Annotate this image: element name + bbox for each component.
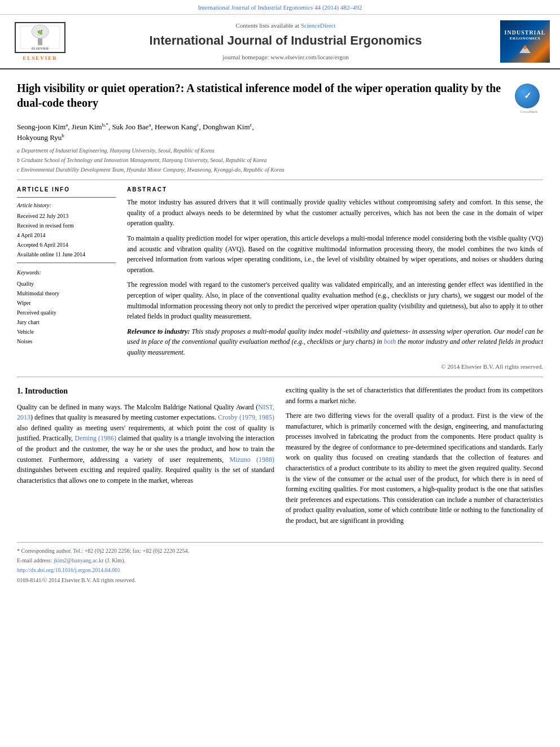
top-bar: International Journal of Industrial Ergo… (0, 0, 560, 15)
info-abstract-cols: ARTICLE INFO Article history: Received 2… (17, 186, 543, 371)
received-revised-label: Received in revised form (17, 221, 116, 230)
body-section: 1. Introduction Quality can be defined i… (17, 385, 543, 531)
email-name: (J. Kim). (105, 557, 125, 563)
affiliations: a Department of Industrial Engineering, … (17, 146, 543, 174)
keyword-vehicle: Vehicle (17, 327, 116, 337)
abstract-para-1: The motor industry has assured drivers t… (127, 197, 543, 229)
article-title-section: High visibility or quiet operation?: A s… (17, 75, 543, 115)
author-donghwan: Donghwan Kimc, (203, 123, 254, 131)
both-text: both (384, 338, 396, 346)
journal-title: International Journal of Industrial Ergo… (77, 32, 495, 50)
keyword-quality: Quality (17, 279, 116, 289)
author-suk: Suk Joo Baea, (112, 123, 155, 131)
keyword-jury: Jury chart (17, 317, 116, 327)
crossmark-section: ✓ CrossMark (515, 84, 543, 115)
email-link[interactable]: jkim2@hanyang.ac.kr (54, 557, 104, 563)
article-info-col: ARTICLE INFO Article history: Received 2… (17, 186, 116, 371)
keyword-multimodal: Multimodal theory (17, 289, 116, 298)
sciencedirect-link[interactable]: ScienceDirect (301, 22, 336, 29)
abstract-para-2: To maintain a quality prediction model f… (127, 233, 543, 275)
received-date: Received 22 July 2013 (17, 211, 116, 221)
logo-line2: ERGONOMICS (510, 36, 540, 41)
authors: Seong-joon Kima, Jieun Kimb,*, Suk Joo B… (17, 121, 543, 143)
revised-date: 4 April 2014 (17, 230, 116, 240)
logo-graphic (517, 43, 533, 54)
email-label: E-mail address: (17, 557, 54, 563)
section-1-title: 1. Introduction (17, 385, 274, 397)
body-col2-text-1: exciting quality is the set of character… (286, 385, 543, 406)
affiliation-c: c Environmental Durability Development T… (17, 165, 543, 174)
article-title-text: High visibility or quiet operation?: A s… (17, 81, 509, 115)
keywords-block: Keywords: Quality Multimodal theory Wipe… (17, 268, 116, 346)
author-hokyoung: Hokyoung Ryub (17, 133, 64, 142)
divider-1 (17, 180, 543, 180)
affiliation-b: b Graduate School of Technology and Inno… (17, 156, 543, 164)
body-two-col: 1. Introduction Quality can be defined i… (17, 385, 543, 531)
section-1-number: 1. (17, 387, 23, 395)
keyword-perceived: Perceived quality (17, 308, 116, 317)
crossmark-icon: ✓ (515, 84, 540, 108)
logo-line1: INDUSTRIAL (505, 29, 546, 36)
body-col1-text: Quality can be defined in many ways. The… (17, 402, 274, 486)
footer-copyright: 0169-8141/© 2014 Elsevier B.V. All right… (17, 576, 543, 584)
date-block: Received 22 July 2013 Received in revise… (17, 211, 116, 259)
relevance-label: Relevance to industry: (127, 327, 192, 335)
abstract-col: ABSTRACT The motor industry has assured … (127, 186, 543, 371)
article-title: High visibility or quiet operation?: A s… (17, 81, 509, 110)
svg-text:🌿: 🌿 (37, 29, 43, 35)
elsevier-logo-section: 🌿 ELSEVIER ELSEVIER (9, 22, 71, 62)
article-info-block: Article history: Received 22 July 2013 R… (17, 197, 116, 263)
elsevier-logo: 🌿 ELSEVIER ELSEVIER (9, 22, 71, 62)
journal-logo-right: INDUSTRIAL ERGONOMICS (500, 20, 551, 63)
crossmark-label: CrossMark (515, 110, 543, 115)
svg-text:ELSEVIER: ELSEVIER (32, 47, 49, 50)
divider-2 (17, 377, 543, 377)
keyword-wiper: Wiper (17, 298, 116, 308)
abstract-heading: ABSTRACT (127, 186, 543, 194)
author-heewon: Heewon Kangc, (155, 123, 203, 131)
contents-line: Contents lists available at ScienceDirec… (77, 21, 495, 30)
footer-section: * Corresponding author. Tel.: +82 (0)2 2… (17, 542, 543, 589)
author-jieun: Jieun Kimb,*, (72, 123, 112, 131)
contents-text: Contents lists available at (235, 22, 299, 29)
article-info-heading: ARTICLE INFO (17, 186, 116, 194)
page: International Journal of Industrial Ergo… (0, 0, 560, 589)
svg-rect-3 (38, 38, 42, 45)
deming-link[interactable]: Deming (1986) (75, 434, 116, 442)
body-col-2: exciting quality is the set of character… (286, 385, 543, 531)
abstract-para-3: The regression model with regard to the … (127, 279, 543, 321)
journal-citation: International Journal of Industrial Ergo… (198, 4, 362, 11)
keyword-noises: Noises (17, 337, 116, 346)
elsevier-logo-box: 🌿 ELSEVIER (15, 22, 65, 53)
elsevier-name: ELSEVIER (23, 55, 58, 62)
body-col2-text-2: There are two differing views for the ov… (286, 410, 543, 526)
accepted-date: Accepted 6 April 2014 (17, 240, 116, 250)
available-online: Available online 11 June 2014 (17, 250, 116, 259)
author-seong: Seong-joon Kima, (17, 123, 72, 131)
mizuno-link[interactable]: Mizuno (1988) (229, 456, 274, 464)
crosby-link[interactable]: Crosby (1979, 1985) (218, 413, 274, 421)
elsevier-tree-svg: 🌿 ELSEVIER (18, 23, 63, 51)
doi-link[interactable]: http://dx.doi.org/10.1016/j.ergon.2014.0… (17, 567, 120, 573)
journal-logo-box: INDUSTRIAL ERGONOMICS (500, 20, 550, 63)
section-1-name: Introduction (25, 387, 68, 395)
article-content: High visibility or quiet operation?: A s… (0, 69, 560, 536)
abstract-text: The motor industry has assured drivers t… (127, 197, 543, 357)
journal-header: 🌿 ELSEVIER ELSEVIER Contents lists avail… (0, 15, 560, 69)
footer-corresponding: * Corresponding author. Tel.: +82 (0)2 2… (17, 547, 543, 555)
abstract-para-4: Relevance to industry: This study propos… (127, 326, 543, 358)
footer-email: E-mail address: jkim2@hanyang.ac.kr (J. … (17, 557, 543, 565)
journal-header-center: Contents lists available at ScienceDirec… (77, 21, 495, 62)
footer-doi: http://dx.doi.org/10.1016/j.ergon.2014.0… (17, 566, 543, 574)
copyright-line: © 2014 Elsevier B.V. All rights reserved… (127, 362, 543, 371)
journal-homepage: journal homepage: www.elsevier.com/locat… (77, 53, 495, 62)
keywords-label: Keywords: (17, 268, 116, 277)
svg-point-5 (523, 46, 527, 49)
affiliation-a: a Department of Industrial Engineering, … (17, 146, 543, 155)
body-col-1: 1. Introduction Quality can be defined i… (17, 385, 274, 531)
history-label: Article history: (17, 201, 116, 210)
